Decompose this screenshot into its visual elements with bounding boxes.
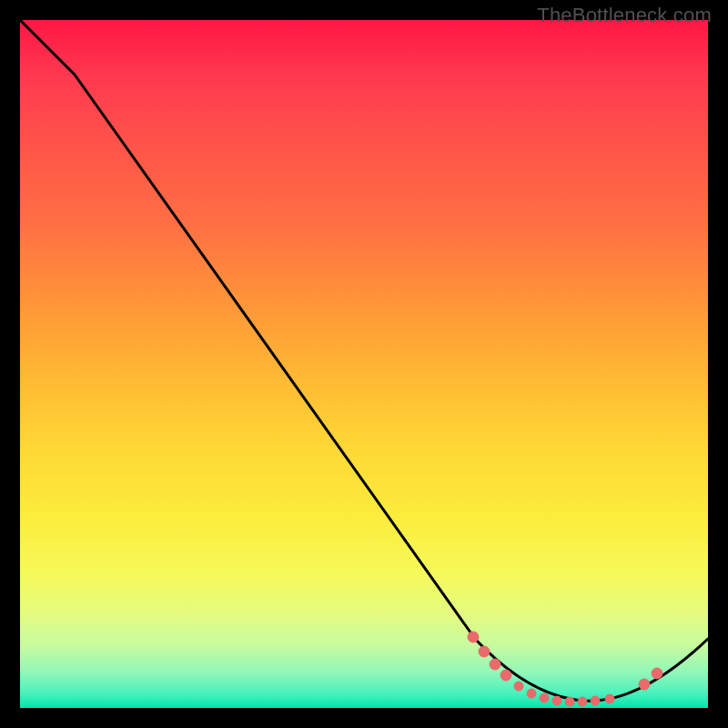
svg-point-7 (552, 696, 561, 705)
curve-path (20, 20, 708, 701)
svg-point-9 (578, 697, 587, 706)
optimum-markers (468, 632, 662, 706)
bottleneck-curve (20, 20, 708, 708)
svg-point-8 (565, 697, 574, 706)
svg-point-3 (500, 670, 511, 681)
svg-point-13 (652, 668, 662, 679)
svg-point-2 (490, 659, 500, 670)
svg-point-4 (514, 682, 523, 691)
svg-point-5 (527, 689, 536, 698)
svg-point-10 (591, 696, 600, 705)
watermark-text: TheBottleneck.com (537, 4, 712, 27)
chart-container: TheBottleneck.com (0, 0, 728, 728)
svg-point-11 (605, 694, 614, 703)
svg-point-6 (540, 693, 549, 703)
plot-area (20, 20, 708, 708)
svg-point-0 (468, 632, 479, 642)
svg-point-12 (639, 679, 650, 690)
svg-point-1 (479, 646, 490, 657)
